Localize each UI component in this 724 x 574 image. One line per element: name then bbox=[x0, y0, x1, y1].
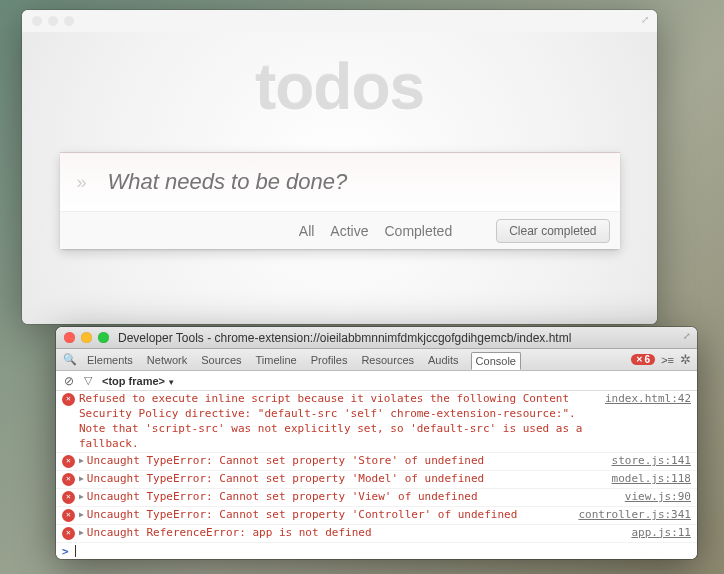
devtools-toolbar: 🔍 ElementsNetworkSourcesTimelineProfiles… bbox=[56, 349, 697, 371]
settings-icon[interactable]: ✲ bbox=[680, 352, 691, 367]
console-error-row: ✕▶Uncaught ReferenceError: app is not de… bbox=[56, 525, 697, 543]
app-titlebar: ⤢ bbox=[22, 10, 657, 32]
filter-icon[interactable]: ▽ bbox=[84, 374, 92, 387]
filter-active[interactable]: Active bbox=[330, 223, 368, 239]
error-icon: ✕ bbox=[62, 455, 75, 468]
console-error-row: ✕Refused to execute inline script becaus… bbox=[56, 391, 697, 453]
log-message: Uncaught TypeError: Cannot set property … bbox=[87, 490, 617, 505]
log-source-link[interactable]: controller.js:341 bbox=[578, 508, 691, 523]
close-icon[interactable] bbox=[32, 16, 42, 26]
tab-resources[interactable]: Resources bbox=[359, 351, 416, 369]
console-error-row: ✕▶Uncaught TypeError: Cannot set propert… bbox=[56, 489, 697, 507]
frame-selector[interactable]: <top frame> bbox=[102, 375, 175, 387]
devtools-window: Developer Tools - chrome-extension://oie… bbox=[56, 327, 697, 559]
log-message: Uncaught TypeError: Cannot set property … bbox=[87, 454, 604, 469]
todo-card: » All Active Completed Clear completed bbox=[60, 152, 620, 249]
fullscreen-icon[interactable]: ⤢ bbox=[641, 14, 649, 25]
todo-footer: All Active Completed Clear completed bbox=[60, 211, 620, 249]
filter-all[interactable]: All bbox=[299, 223, 315, 239]
log-message: Refused to execute inline script because… bbox=[79, 392, 597, 451]
tab-audits[interactable]: Audits bbox=[426, 351, 461, 369]
console-error-row: ✕▶Uncaught TypeError: Cannot set propert… bbox=[56, 453, 697, 471]
error-icon: ✕ bbox=[62, 491, 75, 504]
devtools-tabs: ElementsNetworkSourcesTimelineProfilesRe… bbox=[85, 351, 630, 369]
log-source-link[interactable]: app.js:11 bbox=[631, 526, 691, 541]
zoom-icon[interactable] bbox=[98, 332, 109, 343]
text-cursor bbox=[75, 545, 76, 557]
error-icon: ✕ bbox=[62, 527, 75, 540]
tab-timeline[interactable]: Timeline bbox=[254, 351, 299, 369]
inspect-icon[interactable]: 🔍 bbox=[62, 353, 78, 366]
error-count-badge[interactable]: 6 bbox=[631, 354, 656, 365]
console-toolbar: ⊘ ▽ <top frame> bbox=[56, 371, 697, 391]
console-log-area[interactable]: ✕Refused to execute inline script becaus… bbox=[56, 391, 697, 559]
console-error-row: ✕▶Uncaught TypeError: Cannot set propert… bbox=[56, 471, 697, 489]
log-message: Uncaught TypeError: Cannot set property … bbox=[87, 508, 571, 523]
minimize-icon[interactable] bbox=[48, 16, 58, 26]
toggle-all-icon[interactable]: » bbox=[60, 172, 104, 193]
minimize-icon[interactable] bbox=[81, 332, 92, 343]
expand-icon[interactable]: ▶ bbox=[79, 492, 84, 503]
tab-elements[interactable]: Elements bbox=[85, 351, 135, 369]
error-icon: ✕ bbox=[62, 393, 75, 406]
clear-completed-button[interactable]: Clear completed bbox=[496, 219, 609, 243]
expand-icon[interactable]: ▶ bbox=[79, 456, 84, 467]
todos-app-window: ⤢ todos » All Active Completed Clear com… bbox=[22, 10, 657, 324]
drawer-toggle-icon[interactable]: >≡ bbox=[661, 354, 674, 366]
tab-sources[interactable]: Sources bbox=[199, 351, 243, 369]
prompt-caret-icon: > bbox=[62, 545, 69, 558]
app-title: todos bbox=[255, 50, 424, 124]
devtools-titlebar: Developer Tools - chrome-extension://oie… bbox=[56, 327, 697, 349]
console-error-row: ✕▶Uncaught TypeError: Cannot set propert… bbox=[56, 507, 697, 525]
log-source-link[interactable]: index.html:42 bbox=[605, 392, 691, 407]
new-todo-input[interactable] bbox=[104, 153, 620, 211]
devtools-window-title: Developer Tools - chrome-extension://oie… bbox=[118, 331, 697, 345]
clear-console-icon[interactable]: ⊘ bbox=[64, 374, 74, 388]
log-source-link[interactable]: store.js:141 bbox=[612, 454, 691, 469]
error-icon: ✕ bbox=[62, 509, 75, 522]
tab-console[interactable]: Console bbox=[471, 352, 521, 370]
filter-completed[interactable]: Completed bbox=[384, 223, 452, 239]
expand-icon[interactable]: ▶ bbox=[79, 510, 84, 521]
error-icon: ✕ bbox=[62, 473, 75, 486]
log-message: Uncaught TypeError: Cannot set property … bbox=[87, 472, 604, 487]
fullscreen-icon[interactable]: ⤢ bbox=[683, 331, 691, 341]
filter-bar: All Active Completed bbox=[299, 223, 452, 239]
console-prompt[interactable]: > bbox=[56, 543, 697, 559]
tab-network[interactable]: Network bbox=[145, 351, 189, 369]
app-body: todos » All Active Completed Clear compl… bbox=[22, 32, 657, 324]
zoom-icon[interactable] bbox=[64, 16, 74, 26]
expand-icon[interactable]: ▶ bbox=[79, 474, 84, 485]
traffic-lights bbox=[32, 16, 74, 26]
expand-icon[interactable]: ▶ bbox=[79, 528, 84, 539]
close-icon[interactable] bbox=[64, 332, 75, 343]
log-source-link[interactable]: model.js:118 bbox=[612, 472, 691, 487]
log-source-link[interactable]: view.js:90 bbox=[625, 490, 691, 505]
log-message: Uncaught ReferenceError: app is not defi… bbox=[87, 526, 624, 541]
tab-profiles[interactable]: Profiles bbox=[309, 351, 350, 369]
